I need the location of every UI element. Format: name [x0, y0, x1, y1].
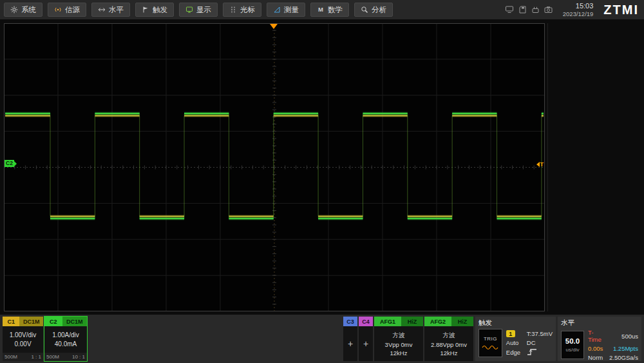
- time-display: 15:03: [576, 2, 594, 10]
- trigger-waveform-icon: [482, 344, 498, 350]
- c1-offset: 0.00V: [14, 340, 31, 348]
- menu-button-source[interactable]: 信源: [48, 3, 86, 17]
- c3-add-button[interactable]: +: [343, 326, 357, 361]
- channel-c2-panel[interactable]: C2 DC1M 1.00A/div 40.0mA 500M 10 : 1: [44, 317, 87, 361]
- menu-button-display[interactable]: 显示: [179, 3, 218, 17]
- c2-offset: 40.0mA: [55, 340, 77, 348]
- horizontal-panel[interactable]: 水平 50.0 us/div T-Time 500us 0.00s 1.25Mp…: [558, 317, 641, 361]
- c3-label: C3: [343, 317, 357, 326]
- menu-button-horizontal[interactable]: 水平: [91, 3, 130, 17]
- afg1-offset: 0mv: [401, 341, 412, 348]
- c1-footer: 500M 1 : 1: [3, 353, 43, 361]
- timebase-scale-value: 50.0: [565, 337, 580, 345]
- c2-label: C2: [44, 317, 62, 326]
- menu-label-trigger: 触发: [153, 5, 167, 15]
- oscilloscope-screen: 系统 信源 水平: [0, 0, 644, 363]
- horizontal-settings: T-Time 500us 0.00s 1.25Mpts Norm 2.50GSa…: [588, 329, 638, 361]
- bottom-status-bar: C1 DC1M 1.00V/div 0.00V 500M 1 : 1 C2 DC…: [0, 315, 644, 363]
- c1-body: 1.00V/div 0.00V: [3, 326, 43, 353]
- timebase-scale-unit: us/div: [566, 347, 580, 353]
- menu-label-math: 数学: [328, 5, 343, 15]
- afg1-label: AFG1: [374, 317, 401, 326]
- trigger-panel[interactable]: 触发 TRIG 1 T:37.5mV Auto DC Edge: [475, 317, 556, 361]
- trigger-position-marker[interactable]: [270, 24, 278, 29]
- menu-label-system: 系统: [21, 5, 36, 15]
- usb-icon: [531, 6, 540, 14]
- toolbar-menu-group: 系统 信源 水平: [4, 3, 393, 17]
- trigger-flag-icon: [142, 6, 149, 14]
- menu-button-trigger[interactable]: 触发: [135, 3, 174, 17]
- afg1-amplitude-offset: 3Vpp 0mv: [385, 341, 413, 348]
- afg2-body: 方波 2.88Vpp 0mv 12kHz: [424, 326, 473, 361]
- afg2-offset: 0mv: [455, 341, 467, 348]
- waveform-display[interactable]: C2 T: [4, 23, 545, 311]
- c1-coupling: DC1M: [19, 317, 43, 326]
- c1-probe-ratio: 1 : 1: [31, 354, 41, 360]
- afg1-frequency: 12kHz: [390, 349, 408, 357]
- channel-c1-panel[interactable]: C1 DC1M 1.00V/div 0.00V 500M 1 : 1: [3, 317, 43, 361]
- menu-button-cursor[interactable]: 光标: [223, 3, 261, 17]
- afg1-panel[interactable]: AFG1 HiZ 方波 3Vpp 0mv 12kHz: [374, 317, 423, 361]
- date-display: 2023/12/19: [563, 10, 594, 17]
- c2-coupling: DC1M: [62, 317, 87, 326]
- trigger-channel-badge[interactable]: 1: [506, 330, 515, 337]
- sample-rate: 2.50GSa/s: [609, 354, 638, 361]
- afg2-amplitude-offset: 2.88Vpp 0mv: [431, 341, 467, 348]
- c4-add-button[interactable]: +: [359, 326, 373, 361]
- c2-footer: 500M 10 : 1: [44, 353, 87, 361]
- menu-label-cursor: 光标: [240, 5, 255, 15]
- cursor-icon: [229, 6, 237, 14]
- menu-button-math[interactable]: M 数学: [310, 3, 349, 17]
- menu-label-measure: 测量: [284, 5, 299, 15]
- graticule-and-traces: [4, 23, 545, 311]
- menu-label-horizontal: 水平: [109, 5, 124, 15]
- trigger-level-marker[interactable]: T: [536, 161, 544, 168]
- trigger-type[interactable]: Edge: [506, 349, 527, 356]
- horizontal-icon: [98, 6, 106, 14]
- c2-body: 1.00A/div 40.0mA: [44, 326, 87, 353]
- c2-scale: 1.00A/div: [52, 331, 79, 338]
- trigger-settings: 1 T:37.5mV Auto DC Edge: [506, 330, 553, 356]
- acquisition-mode[interactable]: Norm: [588, 354, 607, 361]
- trigger-level-arrow-icon: [536, 162, 540, 167]
- trigger-panel-body: TRIG 1 T:37.5mV Auto DC Edge: [475, 327, 556, 357]
- trigger-level-value: T:37.5mV: [527, 330, 553, 337]
- graticule-grid: [4, 23, 545, 311]
- afg1-amplitude: 3Vpp: [385, 341, 399, 348]
- trigger-source-label: TRIG: [484, 336, 497, 342]
- c2-probe-ratio: 10 : 1: [72, 354, 85, 360]
- timebase-scale-box[interactable]: 50.0 us/div: [561, 331, 584, 359]
- menu-label-source: 信源: [65, 5, 80, 15]
- afg2-panel[interactable]: AFG2 HiZ 方波 2.88Vpp 0mv 12kHz: [424, 317, 473, 361]
- c2-bandwidth: 500M: [46, 354, 59, 360]
- afg1-impedance: HiZ: [401, 317, 423, 326]
- channel-c3-panel[interactable]: C3 +: [343, 317, 357, 361]
- clock: 15:03 2023/12/19: [563, 2, 594, 18]
- menu-label-analysis: 分析: [372, 5, 386, 15]
- menu-button-analysis[interactable]: 分析: [354, 3, 393, 17]
- afg2-amplitude: 2.88Vpp: [431, 341, 453, 348]
- menu-button-system[interactable]: 系统: [4, 3, 43, 17]
- c2-header: C2 DC1M: [44, 317, 87, 326]
- afg1-header: AFG1 HiZ: [374, 317, 423, 326]
- svg-text:M: M: [318, 6, 323, 13]
- side-panel-divider: [547, 23, 548, 311]
- trigger-coupling[interactable]: DC: [527, 339, 553, 346]
- gear-icon: [10, 6, 18, 14]
- menu-button-measure[interactable]: 测量: [267, 3, 305, 17]
- c1-bandwidth: 500M: [5, 354, 17, 360]
- channel-c2-ground-marker[interactable]: C2: [5, 160, 14, 167]
- trigger-source-box[interactable]: TRIG: [478, 329, 502, 357]
- c1-label: C1: [3, 317, 19, 326]
- toolbar-status-area: 15:03 2023/12/19 ZTMI: [505, 0, 639, 19]
- trigger-sweep-mode[interactable]: Auto: [506, 339, 527, 346]
- t-time-value: 500us: [621, 333, 638, 340]
- brand-logo: ZTMI: [603, 3, 639, 17]
- afg2-header: AFG2 HiZ: [424, 317, 473, 326]
- trigger-panel-title: 触发: [475, 317, 556, 327]
- monitor-icon: [505, 6, 514, 14]
- channel-c4-panel[interactable]: C4 +: [359, 317, 373, 361]
- math-icon: M: [317, 6, 325, 14]
- memory-depth: 1.25Mpts: [613, 345, 638, 352]
- rising-edge-icon: [527, 348, 537, 356]
